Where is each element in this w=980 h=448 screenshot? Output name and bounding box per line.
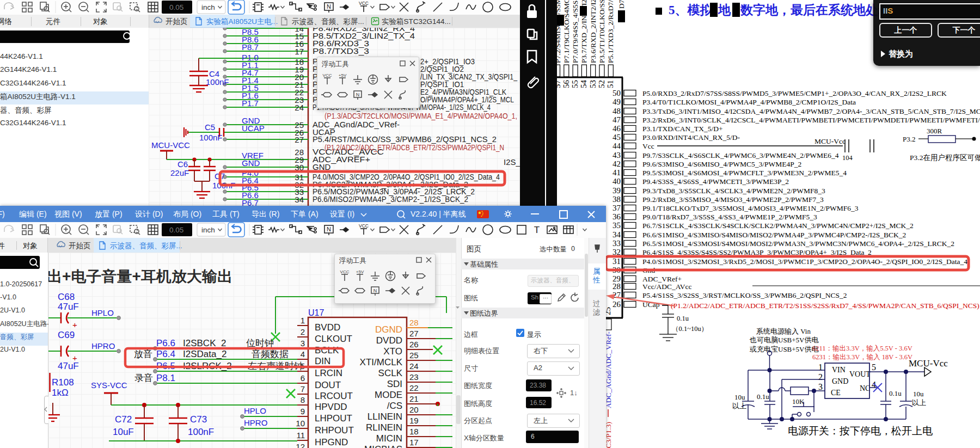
svg-text:0.05: 0.05 <box>169 3 183 11</box>
svg-text:17: 17 <box>409 438 419 447</box>
svg-text:50: 50 <box>612 89 621 97</box>
svg-text:+5V: +5V <box>339 73 347 78</box>
svg-text:+5V: +5V <box>356 269 364 274</box>
svg-text:P9.0/T18/RxD7_3/S5SS_4/SS3_4/P: P9.0/T18/RxD7_3/S5SS_4/SS3_4/PWME1P_2/PW… <box>642 213 817 221</box>
svg-text:P3.2在用户程序区可做: P3.2在用户程序区可做 <box>910 154 980 162</box>
svg-text:C69: C69 <box>58 330 75 340</box>
svg-text:6231：输出3.3V，输入 18V - 3.6V: 6231：输出3.3V，输入 18V - 3.6V <box>812 353 912 361</box>
svg-text:C72: C72 <box>115 414 132 425</box>
svg-text:P8.1: P8.1 <box>156 373 175 383</box>
svg-text:10uF: 10uF <box>113 427 134 437</box>
svg-text:47uF: 47uF <box>58 302 79 312</box>
svg-text:LLINEIN: LLINEIN <box>367 412 402 422</box>
svg-text:100nF: 100nF <box>188 427 214 437</box>
svg-text:或充电宝USB+5V供电: 或充电宝USB+5V供电 <box>749 345 819 353</box>
svg-text:+: + <box>72 320 77 329</box>
svg-text:48: 48 <box>612 107 621 115</box>
svg-text:HPGND: HPGND <box>315 437 348 447</box>
svg-text:SDI: SDI <box>387 379 402 389</box>
svg-text:P5.1/TXD3_2/RxD7/S: P5.1/TXD3_2/RxD7/S <box>607 0 615 63</box>
svg-text:DOUT: DOUT <box>315 380 341 390</box>
svg-text:MCU-Vcc: MCU-Vcc <box>909 358 948 369</box>
svg-text:HPRO: HPRO <box>244 418 267 427</box>
svg-text:40: 40 <box>612 177 621 186</box>
svg-text:以上: 以上 <box>732 402 746 410</box>
svg-text:ADC_VRef+: ADC_VRef+ <box>642 275 682 283</box>
svg-text:43: 43 <box>612 151 621 159</box>
svg-text:RHPOUT: RHPOUT <box>315 425 354 435</box>
svg-text:1: 1 <box>301 316 305 325</box>
svg-text:P9.6/S3MISO_4/S6MISO_4/PWMC5_3: P9.6/S3MISO_4/S6MISO_4/PWMC5_3/PWME4P_2 <box>642 160 801 168</box>
svg-text:CLKOUT: CLKOUT <box>315 334 352 344</box>
svg-text:GND: GND <box>832 377 848 385</box>
svg-text:27: 27 <box>295 135 304 144</box>
svg-text:(P1.2/ADC2/ADC_ETR/ADCB_ETR/T2: (P1.2/ADC2/ADC_ETR/ADCB_ETR/T2/S1SS/S2SS… <box>671 302 979 310</box>
svg-text:N: N <box>373 288 377 293</box>
svg-text:5、模拟: 5、模拟 <box>669 3 713 17</box>
svg-text:P6.7/S1SCLK_4/S3SCLK/S4SCLK/SC: P6.7/S1SCLK_4/S3SCLK/S4SCLK/SCLK2/PWMA4N… <box>642 222 914 230</box>
svg-text:28: 28 <box>612 282 621 291</box>
svg-text:17: 17 <box>295 47 304 56</box>
svg-text:46: 46 <box>612 124 621 133</box>
svg-text:MICIN: MICIN <box>376 433 402 444</box>
svg-text:P3.0/RXD/INT4/CAN_RX_5/D-: P3.0/RXD/INT4/CAN_RX_5/D- <box>642 133 740 142</box>
svg-text:CE: CE <box>831 389 841 397</box>
svg-text:P4.0/S1MOSI_3/S2MOSI_3/RxD5_2/: P4.0/S1MOSI_3/S2MOSI_3/RxD5_2/MOSI_3/PWM… <box>642 257 967 266</box>
svg-text:出+电子音量+耳机放大输出: 出+电子音量+耳机放大输出 <box>48 268 232 285</box>
svg-text:0.1u: 0.1u <box>757 392 769 401</box>
svg-text:系统电源输入 Vin: 系统电源输入 Vin <box>756 327 811 335</box>
svg-text:P8.7/TXD3_3: P8.7/TXD3_3 <box>313 46 369 56</box>
svg-text:47uF: 47uF <box>58 361 79 371</box>
svg-text:2: 2 <box>301 327 305 336</box>
svg-text:P9.2/RxD8_3/S5MISO_4/MISO3_4/P: P9.2/RxD8_3/S5MISO_4/MISO3_4/PWME2P_2/PW… <box>642 195 824 204</box>
svg-text:/CS: /CS <box>387 401 402 411</box>
svg-text:数字地，最后在系统地处理: 数字地，最后在系统地处理 <box>740 3 891 17</box>
svg-text:P9.4/S3SS_4/S6SS_4/PWMCETI_3/P: P9.4/S3SS_4/S6SS_4/PWMCETI_3/PWME3P_2 <box>642 177 789 186</box>
svg-text:19: 19 <box>409 416 419 425</box>
svg-text:I2S_: I2S_ <box>504 157 520 167</box>
svg-text:位时钟: 位时钟 <box>246 338 274 348</box>
svg-text:8: 8 <box>301 395 305 404</box>
svg-text:47: 47 <box>612 115 621 124</box>
svg-text:N: N <box>327 226 331 232</box>
svg-text:100nF: 100nF <box>206 77 229 87</box>
svg-text:P9.5/S3MOSI_4/S6MOSI_4/PWMCFLT: P9.5/S3MOSI_4/S6MOSI_4/PWMCFLT_3/PWME3N_… <box>642 169 847 177</box>
svg-text:34: 34 <box>295 195 304 204</box>
svg-text:22uF: 22uF <box>170 168 189 177</box>
svg-text:MODE: MODE <box>375 390 402 400</box>
svg-text:GND: GND <box>242 158 260 168</box>
svg-text:N: N <box>356 92 360 97</box>
svg-text:28: 28 <box>409 318 419 327</box>
svg-text:P3.2: P3.2 <box>903 135 915 143</box>
svg-text:VCC: VCC <box>359 1 369 6</box>
svg-text:104: 104 <box>842 154 853 162</box>
svg-text:LRCIN: LRCIN <box>315 368 342 378</box>
svg-text:VCC: VCC <box>359 223 369 229</box>
svg-text:P6.6: P6.6 <box>156 338 175 348</box>
svg-text:P3.5/T1/T0CLKO/SS_: P3.5/T1/T0CLKO/SS_ <box>598 0 606 63</box>
svg-text:以上: 以上 <box>912 398 926 407</box>
svg-text:45: 45 <box>612 133 621 142</box>
svg-text:35: 35 <box>612 221 621 230</box>
svg-text:P3.2/RxD6_3/INT0/SCLK_4/I2CSCL: P3.2/RxD6_3/INT0/SCLK_4/I2CSCL_4/PWMAETI… <box>642 116 980 124</box>
svg-text:音频数据: 音频数据 <box>252 349 289 359</box>
svg-text:（0.1~10u）: （0.1~10u） <box>672 325 708 333</box>
svg-text:10u: 10u <box>913 390 924 398</box>
svg-text:P6.6/S1MISO_4/S3MISO/S4MISO/MI: P6.6/S1MISO_4/S3MISO/S4MISO/MISO2/PWMA4P… <box>642 231 906 239</box>
svg-text:P8.7: P8.7 <box>242 42 259 52</box>
svg-text:inch: inch <box>201 3 215 11</box>
svg-text:XTI/MCLK: XTI/MCLK <box>360 357 403 367</box>
svg-text:26: 26 <box>409 340 419 349</box>
svg-text:27: 27 <box>409 329 419 338</box>
svg-text:54: 54 <box>579 80 588 89</box>
svg-text:P1.7: P1.7 <box>242 99 259 108</box>
svg-text:HPLO: HPLO <box>91 308 114 317</box>
svg-text:I2SData_2: I2SData_2 <box>183 349 226 359</box>
svg-text:LHPOUT: LHPOUT <box>315 413 352 424</box>
svg-text:HPLO: HPLO <box>244 406 266 415</box>
svg-text:录音: 录音 <box>134 373 153 383</box>
svg-text:I2SBCK_2: I2SBCK_2 <box>183 338 226 348</box>
svg-text:C68: C68 <box>58 292 75 302</box>
svg-text:NC: NC <box>860 384 870 392</box>
svg-text:MCU-Vcc: MCU-Vcc <box>814 137 846 145</box>
